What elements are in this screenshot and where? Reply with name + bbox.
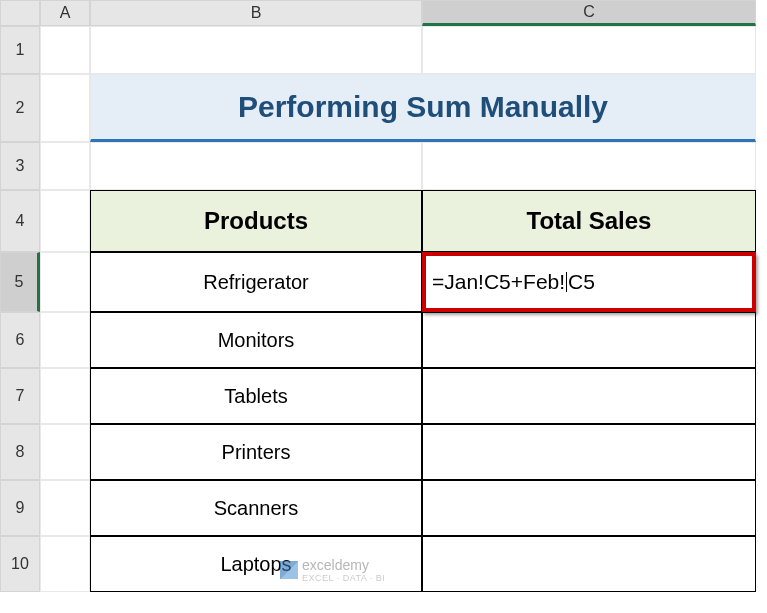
row-header-8[interactable]: 8	[0, 424, 40, 480]
table-row-product[interactable]: Printers	[90, 424, 422, 480]
cell-C10[interactable]	[422, 536, 756, 592]
exceldemy-logo-icon	[280, 561, 298, 579]
watermark-sub: EXCEL · DATA · BI	[302, 573, 385, 583]
table-header-total[interactable]: Total Sales	[422, 190, 756, 252]
select-all-corner[interactable]	[0, 0, 40, 26]
watermark: exceldemy EXCEL · DATA · BI	[280, 557, 385, 583]
page-title: Performing Sum Manually	[90, 74, 756, 142]
watermark-text: exceldemy	[302, 557, 385, 573]
cell-A2[interactable]	[40, 74, 90, 142]
cell-C1[interactable]	[422, 26, 756, 74]
cell-C8[interactable]	[422, 424, 756, 480]
cell-A1[interactable]	[40, 26, 90, 74]
row-header-10[interactable]: 10	[0, 536, 40, 592]
cell-A8[interactable]	[40, 424, 90, 480]
row-header-7[interactable]: 7	[0, 368, 40, 424]
col-header-A[interactable]: A	[40, 0, 90, 26]
row-header-4[interactable]: 4	[0, 190, 40, 252]
cell-A5[interactable]	[40, 252, 90, 312]
cell-A3[interactable]	[40, 142, 90, 190]
formula-text-suffix: C5	[568, 270, 595, 294]
text-cursor	[566, 272, 567, 292]
cell-C3[interactable]	[422, 142, 756, 190]
cell-A9[interactable]	[40, 480, 90, 536]
cell-A4[interactable]	[40, 190, 90, 252]
table-header-products[interactable]: Products	[90, 190, 422, 252]
table-row-product[interactable]: Scanners	[90, 480, 422, 536]
cell-B1[interactable]	[90, 26, 422, 74]
col-header-C[interactable]: C	[422, 0, 756, 26]
cell-C6[interactable]	[422, 312, 756, 368]
cell-A7[interactable]	[40, 368, 90, 424]
cell-C7[interactable]	[422, 368, 756, 424]
row-header-5[interactable]: 5	[0, 252, 40, 312]
col-header-B[interactable]: B	[90, 0, 422, 26]
cell-A6[interactable]	[40, 312, 90, 368]
row-header-9[interactable]: 9	[0, 480, 40, 536]
row-header-2[interactable]: 2	[0, 74, 40, 142]
cell-C9[interactable]	[422, 480, 756, 536]
table-row-product[interactable]: Tablets	[90, 368, 422, 424]
cell-A10[interactable]	[40, 536, 90, 592]
row-header-1[interactable]: 1	[0, 26, 40, 74]
row-header-3[interactable]: 3	[0, 142, 40, 190]
cell-B3[interactable]	[90, 142, 422, 190]
table-row-product[interactable]: Refrigerator	[90, 252, 422, 312]
formula-input-C5[interactable]: =Jan!C5+Feb!C5	[422, 252, 756, 312]
row-header-6[interactable]: 6	[0, 312, 40, 368]
formula-text-prefix: =Jan!C5+Feb!	[432, 270, 565, 294]
table-row-product[interactable]: Monitors	[90, 312, 422, 368]
